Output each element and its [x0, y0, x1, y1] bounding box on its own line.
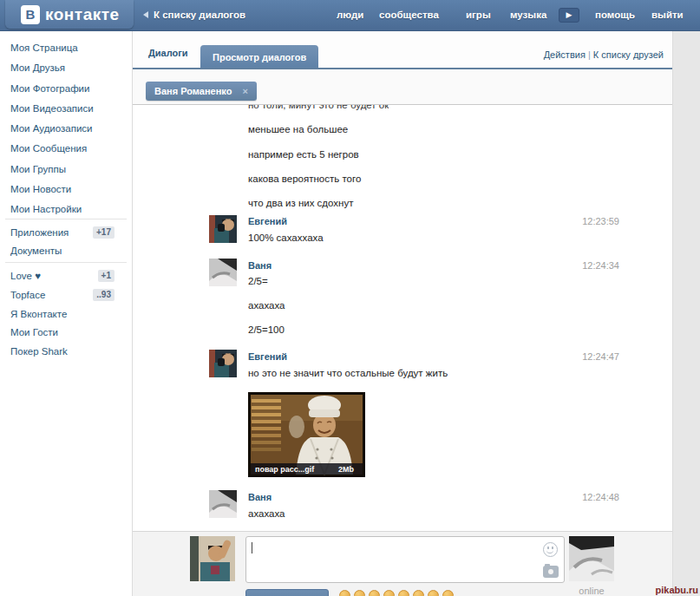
love-counter-badge: +1 — [98, 270, 114, 282]
message-text: 2/5=100 — [248, 324, 285, 335]
avatar-vanya[interactable] — [209, 259, 237, 286]
text-caret — [252, 542, 252, 553]
attachment-size: 2Mb — [338, 465, 355, 474]
author-link[interactable]: Евгений — [248, 216, 287, 226]
emoticon-icon[interactable] — [383, 590, 395, 596]
avatar-vanya[interactable] — [209, 490, 237, 518]
sidebar-divider — [5, 262, 127, 263]
sidebar-item-documents[interactable]: Документы — [0, 242, 132, 260]
attachment-caption: повар расс...gif — [255, 465, 315, 474]
sidebar-item-messages[interactable]: Мои Сообщения — [0, 139, 132, 159]
author-link[interactable]: Евгений — [248, 351, 287, 362]
author-link[interactable]: Ваня — [248, 260, 271, 271]
sidebar-extra-menu: Love ♥+1 Topface..93 Я Вконтакте Мои Гос… — [0, 267, 132, 362]
emoticon-icon[interactable] — [398, 590, 409, 596]
timestamp: 12:24:34 — [582, 260, 619, 271]
emoticon-icon[interactable] — [442, 590, 454, 596]
message-line: какова вероятность того — [248, 174, 361, 184]
online-status: online — [563, 586, 620, 596]
sidebar-item-guests[interactable]: Мои Гости — [0, 324, 132, 343]
sidebar-item-photos[interactable]: Мои Фотографии — [0, 79, 132, 99]
sidebar-item-news[interactable]: Мои Новости — [0, 180, 132, 200]
tag-close-icon[interactable]: × — [242, 86, 247, 96]
message-line: например есть 5 негров — [248, 149, 359, 160]
dialog-tag-name: Ваня Романенко — [154, 86, 232, 96]
emoticon-row — [339, 590, 454, 596]
sidebar-item-my-page[interactable]: Моя Страница — [0, 38, 132, 58]
vk-logo-text: контакте — [45, 5, 120, 24]
sidebar-item-applications[interactable]: Приложения+17 — [0, 224, 132, 242]
actions-link[interactable]: Действия — [544, 49, 586, 60]
compose-area: online — [133, 531, 672, 596]
emoticon-icon[interactable] — [354, 590, 365, 596]
apps-counter-badge: +17 — [93, 226, 114, 239]
emoticon-icon[interactable] — [339, 590, 350, 596]
nav-link-people[interactable]: люди — [337, 10, 363, 20]
message-input[interactable] — [245, 536, 565, 583]
nav-link-music[interactable]: музыка — [510, 10, 546, 20]
sidebar-item-love[interactable]: Love ♥+1 — [0, 267, 132, 286]
nav-link-help[interactable]: помощь — [595, 10, 635, 20]
emoticon-icon[interactable] — [413, 590, 424, 596]
send-button[interactable] — [245, 589, 329, 596]
sidebar-item-poker-shark[interactable]: Покер Shark — [0, 343, 132, 362]
nav-more-button[interactable]: ▶ — [559, 8, 579, 23]
page-right-margin — [673, 31, 700, 596]
nav-more-icon: ▶ — [566, 10, 572, 19]
attach-photo-icon[interactable] — [543, 566, 559, 578]
emoticon-icon[interactable] — [428, 590, 439, 596]
nav-link-communities[interactable]: сообщества — [379, 10, 439, 20]
timestamp: 12:24:48 — [582, 492, 619, 502]
nav-link-logout[interactable]: выйти — [651, 10, 684, 20]
clipped-message-line: но толи, минут это не будет ок — [248, 105, 389, 114]
actions-separator: | — [588, 49, 591, 60]
message-text: 100% сахаххаха — [248, 233, 324, 243]
dialog-tag-row: Ваня Романенко × — [133, 69, 672, 104]
sidebar-item-topface[interactable]: Topface..93 — [0, 286, 132, 305]
topface-counter-badge: ..93 — [93, 289, 114, 301]
message-text: ахахаха — [248, 300, 285, 311]
emoji-picker-icon[interactable] — [543, 542, 558, 557]
emoticon-icon[interactable] — [369, 590, 380, 596]
sidebar-item-videos[interactable]: Мои Видеозаписи — [0, 99, 132, 119]
message-text: 2/5= — [248, 276, 268, 286]
main-panel: Диалоги Просмотр диалогов Действия | К с… — [132, 31, 673, 596]
nav-link-games[interactable]: игры — [466, 10, 491, 20]
tab-dialogs[interactable]: Диалоги — [148, 48, 188, 58]
timestamp: 12:24:47 — [582, 351, 619, 362]
dialog-filter-tag[interactable]: Ваня Романенко × — [146, 82, 257, 101]
author-link[interactable]: Ваня — [248, 492, 271, 502]
sidebar-item-friends[interactable]: Мои Друзья — [0, 58, 132, 78]
dialog-actions: Действия | К списку друзей — [544, 49, 664, 60]
avatar-evgeniy[interactable] — [209, 350, 237, 377]
sidebar-apps-menu: Приложения+17 Документы — [0, 224, 132, 259]
message-line: меньшее на большее — [248, 124, 348, 134]
tab-view-dialogs[interactable]: Просмотр диалогов — [200, 45, 318, 69]
sidebar-item-ya-vkontakte[interactable]: Я Вконтакте — [0, 305, 132, 324]
sidebar-item-audios[interactable]: Мои Аудиозаписи — [0, 119, 132, 139]
message-line: что два из них сдохнут — [248, 198, 353, 208]
top-header: В контакте К списку диалогов люди сообще… — [0, 0, 700, 31]
to-friends-link[interactable]: К списку друзей — [593, 49, 664, 60]
gif-attachment[interactable]: повар расс...gif 2Mb — [248, 392, 365, 477]
sidebar-item-groups[interactable]: Мои Группы — [0, 160, 132, 180]
tab-row: Диалоги Просмотр диалогов Действия | К с… — [133, 31, 672, 69]
back-arrow-icon — [143, 11, 148, 18]
sidebar-item-settings[interactable]: Мои Настройки — [0, 200, 132, 219]
vk-page: В контакте К списку диалогов люди сообще… — [0, 0, 700, 596]
vk-logo-letter: В — [21, 5, 40, 24]
back-to-dialogs-link[interactable]: К списку диалогов — [143, 10, 245, 20]
timestamp: 12:23:59 — [582, 216, 619, 226]
message-text: но это не значит что остальные будут жит… — [248, 368, 448, 378]
composer-self-avatar[interactable] — [190, 536, 235, 581]
sidebar: Моя Страница Мои Друзья Мои Фотографии М… — [0, 31, 132, 596]
recipient-avatar[interactable] — [569, 536, 614, 581]
message-area[interactable]: но толи, минут это не будет ок меньшее н… — [133, 104, 672, 531]
message-text: ахахаха — [248, 508, 285, 519]
sidebar-main-menu: Моя Страница Мои Друзья Мои Фотографии М… — [0, 38, 132, 220]
avatar-evgeniy[interactable] — [209, 215, 237, 243]
watermark: pikabu.ru — [655, 585, 698, 595]
vk-logo[interactable]: В контакте — [5, 0, 134, 29]
sidebar-divider — [5, 219, 127, 219]
